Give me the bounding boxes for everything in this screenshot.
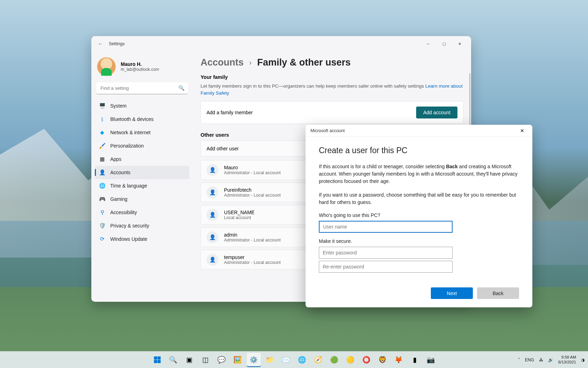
clock[interactable]: 9:58 AM 8/13/2021 (558, 355, 576, 364)
titlebar: ← Settings ─ ▢ ✕ (91, 36, 471, 52)
user-name: Mauro (224, 165, 281, 170)
tray-chevron-icon[interactable]: ˄ (518, 357, 520, 362)
shield-icon: 🛡️ (99, 223, 105, 229)
password-confirm-input[interactable] (319, 261, 453, 273)
language-indicator[interactable]: ENG (525, 357, 534, 362)
sidebar-item-time[interactable]: 🌐Time & language (95, 179, 189, 192)
firefox-icon[interactable]: 🦊 (392, 353, 406, 367)
dialog-close-button[interactable]: ✕ (517, 125, 527, 136)
profile-email: m_lab@outlook.com (121, 67, 159, 72)
person-icon: 👤 (206, 164, 218, 176)
bluetooth-icon: ᛒ (99, 116, 105, 122)
profile-name: Mauro H. (121, 61, 159, 67)
display-icon: 🖥️ (99, 103, 105, 109)
user-role: Administrator - Local account (224, 170, 281, 175)
user-name: USER_NAME (224, 210, 254, 215)
add-account-button[interactable]: Add account (416, 107, 457, 118)
create-user-dialog: Microsoft account ✕ Create a user for th… (306, 125, 532, 307)
update-icon: ⟳ (99, 236, 105, 242)
sidebar: Mauro H. m_lab@outlook.com 🔍 🖥️System ᛒB… (91, 52, 193, 302)
mail-icon[interactable]: ✉️ (279, 353, 293, 367)
apps-icon: ▦ (99, 156, 105, 162)
explorer-icon[interactable]: 📁 (263, 353, 277, 367)
pictures-icon[interactable]: 🖼️ (231, 353, 245, 367)
minimize-button[interactable]: ─ (420, 39, 436, 49)
back-button[interactable]: ← (95, 38, 106, 49)
page-title: Family & other users (257, 57, 351, 68)
chevron-right-icon: › (249, 59, 252, 67)
your-family-heading: Your family (201, 74, 463, 80)
avatar (97, 57, 116, 76)
person-icon: 👤 (206, 254, 218, 266)
sidebar-item-accessibility[interactable]: ⚲Accessibility (95, 206, 189, 219)
brush-icon: 🖌️ (99, 143, 105, 149)
sidebar-item-update[interactable]: ⟳Windows Update (95, 232, 189, 246)
brave-icon[interactable]: 🦁 (376, 353, 390, 367)
breadcrumb-accounts[interactable]: Accounts (201, 57, 244, 68)
edge-beta-icon[interactable]: 🌐 (295, 353, 309, 367)
notifications-icon[interactable]: ◑ (581, 357, 584, 362)
search-icon: 🔍 (178, 85, 184, 91)
profile-block[interactable]: Mauro H. m_lab@outlook.com (95, 54, 189, 82)
sidebar-item-gaming[interactable]: 🎮Gaming (95, 192, 189, 206)
volume-tray-icon[interactable]: 🔊 (548, 357, 553, 362)
globe-icon: 🌐 (99, 183, 105, 189)
add-family-label: Add a family member (206, 110, 416, 115)
close-button[interactable]: ✕ (452, 39, 468, 49)
widgets-icon[interactable]: ◫ (198, 353, 212, 367)
sidebar-item-personalization[interactable]: 🖌️Personalization (95, 139, 189, 152)
sidebar-item-network[interactable]: ◆Network & internet (95, 126, 189, 139)
chat-icon[interactable]: 💬 (215, 353, 229, 367)
back-button-dialog[interactable]: Back (477, 287, 519, 299)
next-button[interactable]: Next (431, 287, 473, 299)
person-icon: 👤 (206, 209, 218, 221)
search-input[interactable] (96, 82, 188, 94)
search-box: 🔍 (96, 82, 188, 94)
settings-taskbar-icon[interactable]: ⚙️ (247, 353, 261, 367)
password-label: Make it secure. (319, 238, 519, 244)
edge-dev-icon[interactable]: 🟢 (327, 353, 341, 367)
user-role: Local account (224, 215, 254, 220)
dialog-heading: Create a user for this PC (319, 146, 519, 155)
edge-canary-icon[interactable]: 🟡 (343, 353, 357, 367)
window-title: Settings (109, 41, 125, 46)
user-name: Pureinfotech (224, 187, 281, 193)
dialog-paragraph-1: If this account is for a child or teenag… (319, 163, 519, 185)
gamepad-icon: 🎮 (99, 196, 105, 202)
search-taskbar-icon[interactable]: 🔍 (166, 353, 180, 367)
edge-icon[interactable]: 🧭 (311, 353, 325, 367)
username-input[interactable] (319, 221, 453, 233)
sidebar-item-system[interactable]: 🖥️System (95, 99, 189, 113)
your-family-description: Let family members sign in to this PC—or… (201, 83, 463, 96)
user-role: Administrator - Local account (224, 193, 281, 198)
user-name: admin (224, 232, 281, 238)
sidebar-item-apps[interactable]: ▦Apps (95, 152, 189, 166)
camera-icon[interactable]: 📷 (424, 353, 438, 367)
sidebar-item-bluetooth[interactable]: ᛒBluetooth & devices (95, 113, 189, 126)
start-button[interactable] (150, 353, 164, 367)
terminal-icon[interactable]: ▮ (408, 353, 422, 367)
chrome-icon[interactable]: ⭕ (359, 353, 373, 367)
user-role: Administrator - Local account (224, 238, 281, 243)
network-tray-icon[interactable]: 🖧 (539, 357, 543, 362)
add-family-card: Add a family member Add account (201, 101, 463, 124)
task-view-icon[interactable]: ▣ (182, 353, 196, 367)
sidebar-item-accounts[interactable]: 👤Accounts (95, 166, 189, 179)
dialog-title: Microsoft account (310, 128, 345, 133)
username-label: Who's going to use this PC? (319, 212, 519, 218)
wifi-icon: ◆ (99, 129, 105, 136)
maximize-button[interactable]: ▢ (436, 39, 452, 49)
breadcrumb: Accounts › Family & other users (201, 57, 463, 68)
person-icon: 👤 (99, 169, 105, 176)
password-input[interactable] (319, 247, 453, 259)
sidebar-item-privacy[interactable]: 🛡️Privacy & security (95, 219, 189, 232)
user-role: Administrator - Local account (224, 260, 281, 265)
dialog-paragraph-2: If you want to use a password, choose so… (319, 191, 519, 206)
person-icon: 👤 (206, 186, 218, 198)
accessibility-icon: ⚲ (99, 209, 105, 216)
user-name: tempuser (224, 254, 281, 260)
dialog-titlebar: Microsoft account ✕ (306, 125, 532, 137)
person-icon: 👤 (206, 231, 218, 243)
taskbar: 🔍 ▣ ◫ 💬 🖼️ ⚙️ 📁 ✉️ 🌐 🧭 🟢 🟡 ⭕ 🦁 🦊 ▮ 📷 ˄ E… (0, 351, 588, 368)
